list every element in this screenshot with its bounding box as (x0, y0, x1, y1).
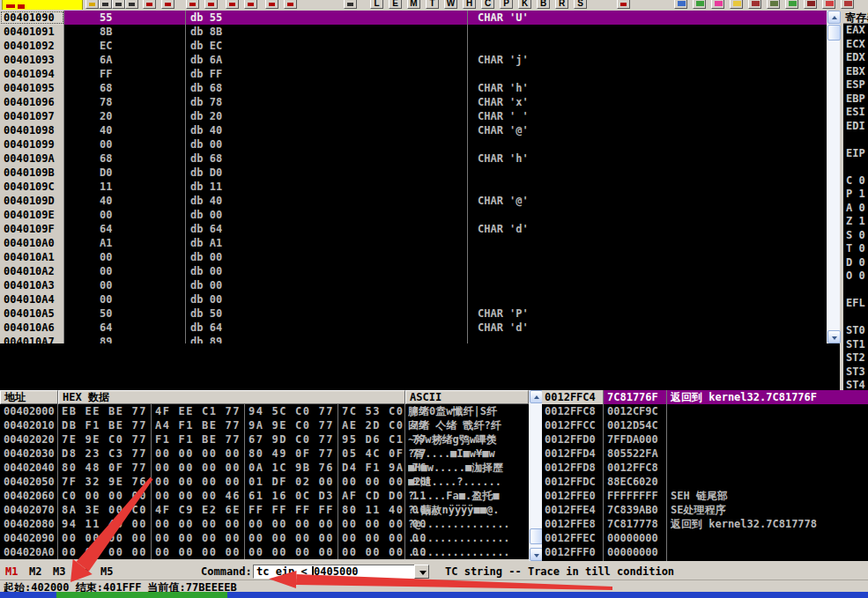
register-line-st2[interactable]: ST2 (846, 351, 865, 365)
panel-button-p[interactable]: P (500, 0, 513, 9)
disasm-row[interactable]: 0040109F64db 64CHAR 'd' (0, 222, 827, 236)
open-folder-button[interactable] (85, 0, 99, 9)
disasm-row[interactable]: 0040109D40db 40CHAR '@' (0, 194, 827, 208)
stack-row[interactable]: 0012FFF000000000 (542, 545, 868, 559)
step-into-button[interactable] (186, 0, 199, 9)
dump-row[interactable]: 0040204080 48 0F 7700 00 00 000A 1C 9B 7… (0, 461, 529, 475)
disasm-row[interactable]: 004010A400db 00 (0, 292, 827, 306)
address-box[interactable] (2, 0, 83, 10)
register-line-eax[interactable]: EAX (846, 24, 865, 38)
tab-m1[interactable]: M1 (5, 565, 18, 578)
animate-over-button[interactable] (244, 0, 257, 9)
stack-pane[interactable]: 0012FFC47C81776F返回到 kernel32.7C81776F001… (542, 390, 868, 561)
plugin-button[interactable] (841, 0, 854, 9)
tab-m5[interactable]: M5 (100, 565, 113, 578)
disasm-scrollbar[interactable] (827, 11, 840, 343)
dump-row[interactable]: 004020507F 32 9E 7600 00 00 0001 DF 02 0… (0, 475, 529, 489)
disasm-row[interactable]: 004010A0A1db A1 (0, 236, 827, 250)
register-line-eip[interactable]: EIP (846, 147, 865, 161)
run-button[interactable] (143, 0, 156, 9)
panel-button-c[interactable]: C (481, 0, 494, 9)
register-line-z[interactable]: Z 1 (846, 215, 865, 229)
plugin-button[interactable] (674, 0, 687, 9)
animate-into-button[interactable] (226, 0, 239, 9)
scroll-up-button[interactable] (530, 390, 543, 403)
attach-button[interactable] (125, 0, 138, 9)
panel-button-e[interactable]: E (389, 0, 402, 9)
disasm-row[interactable]: 00401092ECdb EC (0, 39, 827, 53)
disasm-row[interactable]: 0040109055db 55CHAR 'U' (0, 11, 827, 25)
pause-button[interactable] (161, 0, 174, 9)
disasm-row[interactable]: 004010918Bdb 8B (0, 25, 827, 39)
plugin-button[interactable] (767, 0, 780, 9)
register-line-s[interactable]: S 0 (846, 229, 865, 243)
run-to-user-button[interactable] (284, 0, 297, 9)
panel-button-k[interactable]: K (518, 0, 531, 9)
panel-button-s[interactable]: S (574, 0, 587, 9)
register-line-ebp[interactable]: EBP (846, 92, 865, 107)
go-to-button[interactable] (344, 0, 357, 9)
disasm-row[interactable]: 004010A200db 00 (0, 264, 827, 278)
register-line-efl[interactable]: EFL (846, 297, 865, 311)
plugin-button[interactable] (785, 0, 798, 9)
register-line-t[interactable]: T 0 (846, 242, 865, 256)
stack-row[interactable]: 0012FFE87C817778返回到 kernel32.7C817778 (542, 517, 868, 531)
dump-scrollbar[interactable] (529, 390, 542, 561)
disasm-row[interactable]: 0040109900db 00 (0, 137, 827, 151)
panel-button-b[interactable]: B (537, 0, 550, 9)
plugin-extra-button[interactable] (617, 0, 630, 9)
command-input[interactable]: tc eip < 0405000 (253, 565, 415, 579)
stack-row[interactable]: 0012FFD80012FFC8 (542, 461, 868, 475)
tab-m3[interactable]: M3 (53, 565, 65, 578)
stack-row[interactable]: 0012FFE47C839AB0SE处理程序 (542, 503, 868, 517)
register-line-st0[interactable]: ST0 (846, 324, 865, 338)
tab-m4[interactable]: M4 (77, 565, 89, 578)
stack-row[interactable]: 0012FFCC0012D54C (542, 418, 868, 432)
register-line-c[interactable]: C 0 (846, 174, 865, 188)
disasm-row[interactable]: 0040109720db 20CHAR ' ' (0, 109, 827, 123)
step-over-button[interactable] (204, 0, 218, 9)
plugin-button[interactable] (711, 0, 724, 9)
scroll-up-button[interactable] (827, 11, 841, 24)
plugin-button[interactable] (748, 0, 761, 9)
register-line-ebx[interactable]: EBX (846, 65, 865, 79)
close-button[interactable] (112, 0, 125, 9)
stack-row[interactable]: 0012FFD07FFDA000 (542, 432, 868, 447)
scrollbar-thumb[interactable] (530, 528, 543, 544)
register-line-st1[interactable]: ST1 (846, 338, 865, 352)
register-line-st3[interactable]: ST3 (846, 365, 865, 380)
dump-row[interactable]: 0040208094 11 40 0000 00 00 0000 00 00 0… (0, 517, 529, 531)
plugin-button[interactable] (804, 0, 817, 9)
disasm-row[interactable]: 0040109BD0db D0 (0, 166, 827, 180)
panel-button-t[interactable]: T (426, 0, 439, 9)
panel-button-l[interactable]: L (370, 0, 383, 9)
dump-row[interactable]: 00402010DB F1 BE 77A4 F1 BE 779A 9E C0 7… (0, 418, 529, 432)
column-divider[interactable] (467, 11, 468, 343)
panel-button-m[interactable]: M (407, 0, 420, 9)
memory-dump-pane[interactable]: 地址 HEX 数据 ASCII 00402000EB EE BE 774F EE… (0, 390, 529, 559)
disasm-row[interactable]: 004010A100db 00 (0, 250, 827, 264)
disasm-row[interactable]: 00401094FFdb FF (0, 67, 827, 81)
disasm-row[interactable]: 0040109840db 40CHAR '@' (0, 123, 827, 137)
register-line-a[interactable]: A 0 (846, 202, 865, 216)
disasm-row[interactable]: 004010936Adb 6ACHAR 'j' (0, 53, 827, 67)
dump-row[interactable]: 004020207E 9E C0 77F1 F1 BE 7767 9D C0 7… (0, 432, 529, 447)
column-divider[interactable] (185, 11, 186, 343)
register-line-edx[interactable]: EDX (846, 51, 865, 65)
disasm-row[interactable]: 004010A664db 64CHAR 'd' (0, 321, 827, 335)
register-line-o[interactable]: O 0 (846, 269, 865, 284)
dump-row[interactable]: 0040209000 00 00 0000 00 00 0000 00 00 0… (0, 531, 529, 545)
dump-row[interactable]: 004020708A 3E 00 C04F C9 E2 6EFF FF FF F… (0, 503, 529, 517)
stack-row[interactable]: 0012FFC47C81776F返回到 kernel32.7C81776F (542, 390, 868, 404)
register-line-edi[interactable]: EDI (846, 120, 865, 134)
command-dropdown-button[interactable] (414, 565, 429, 579)
dump-row[interactable]: 00402000EB EE BE 774F EE C1 7794 5C C0 7… (0, 404, 529, 418)
register-line-p[interactable]: P 1 (846, 188, 865, 202)
stack-row[interactable]: 0012FFEC00000000 (542, 531, 868, 545)
plugin-button[interactable] (822, 0, 835, 9)
panel-button-r[interactable]: R (555, 0, 568, 9)
panel-button-h[interactable]: H (463, 0, 476, 9)
register-line-d[interactable]: D 0 (846, 256, 865, 270)
dump-row[interactable]: 00402060C0 00 00 0000 00 00 4661 16 0C D… (0, 489, 529, 503)
register-line-st4[interactable]: ST4 (846, 379, 865, 390)
